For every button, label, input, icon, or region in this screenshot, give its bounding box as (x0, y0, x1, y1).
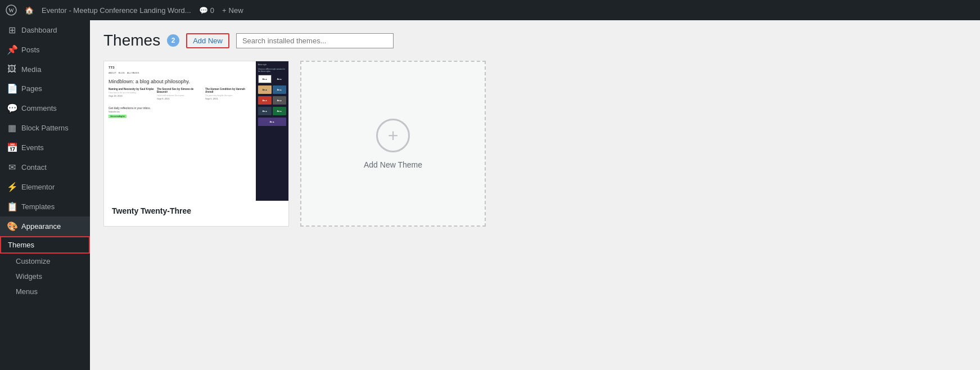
new-label: New (229, 6, 243, 15)
layout: ⊞ Dashboard 📌 Posts 🖼 Media 📄 Pages 💬 Co… (0, 20, 980, 370)
sidebar-label-widgets: Widgets (16, 272, 42, 281)
sidebar-item-widgets[interactable]: Widgets (0, 269, 90, 284)
sidebar-item-posts[interactable]: 📌 Posts (0, 40, 90, 60)
sidebar-item-elementor[interactable]: ⚡ Elementor (0, 177, 90, 197)
add-theme-label: Add New Theme (364, 160, 422, 169)
page-title: Themes (103, 31, 160, 49)
appearance-icon: 🎨 (7, 221, 17, 232)
page-header: Themes 2 Add New (103, 31, 967, 49)
theme-count-badge: 2 (167, 34, 179, 47)
events-icon: 📅 (7, 142, 17, 153)
sidebar-label-customize: Customize (16, 257, 50, 265)
sidebar-label-block-patterns: Block Patterns (21, 124, 69, 132)
templates-icon: 📋 (7, 201, 17, 212)
sidebar-label-elementor: Elementor (21, 183, 55, 191)
comments-icon: 💬 (7, 103, 17, 114)
comment-icon: 💬 (199, 6, 208, 15)
sidebar-label-posts: Posts (21, 46, 40, 54)
sidebar-item-contact[interactable]: ✉ Contact (0, 157, 90, 177)
dashboard-icon: ⊞ (7, 25, 17, 35)
posts-icon: 📌 (7, 44, 17, 55)
sidebar-item-menus[interactable]: Menus (0, 284, 90, 299)
sidebar-label-comments: Comments (21, 104, 57, 112)
plus-icon: + (376, 119, 410, 152)
sidebar-label-pages: Pages (21, 84, 42, 93)
sidebar-item-themes[interactable]: Themes (0, 236, 90, 254)
main-content: Themes 2 Add New TT3 ABOUT BLOG (90, 20, 980, 370)
media-icon: 🖼 (7, 64, 17, 74)
sidebar-label-dashboard: Dashboard (21, 26, 57, 34)
theme-preview: TT3 ABOUT BLOG ALL PAGES Mindblown: a bl… (104, 61, 288, 201)
themes-grid: TT3 ABOUT BLOG ALL PAGES Mindblown: a bl… (103, 61, 967, 227)
add-new-button[interactable]: Add New (186, 33, 229, 48)
sidebar-item-appearance[interactable]: 🎨 Appearance (0, 216, 90, 236)
contact-icon: ✉ (7, 162, 17, 173)
add-new-theme-card[interactable]: + Add New Theme (300, 61, 486, 227)
sidebar-item-templates[interactable]: 📋 Templates (0, 197, 90, 216)
sidebar-item-media[interactable]: 🖼 Media (0, 60, 90, 79)
sidebar-item-dashboard[interactable]: ⊞ Dashboard (0, 20, 90, 40)
theme-card-twenty-twenty-three[interactable]: TT3 ABOUT BLOG ALL PAGES Mindblown: a bl… (103, 61, 289, 227)
comment-count: 0 (210, 6, 214, 15)
sidebar-item-block-patterns[interactable]: ▦ Block Patterns (0, 118, 90, 138)
comments-link[interactable]: 💬 0 (199, 6, 214, 15)
svg-text:W: W (8, 7, 14, 13)
sidebar: ⊞ Dashboard 📌 Posts 🖼 Media 📄 Pages 💬 Co… (0, 20, 90, 370)
wp-logo-link[interactable]: W (6, 4, 17, 16)
home-icon: 🏠 (25, 6, 34, 15)
sidebar-item-events[interactable]: 📅 Events (0, 138, 90, 157)
sidebar-label-events: Events (21, 143, 44, 152)
new-link[interactable]: + New (222, 6, 243, 15)
sidebar-label-templates: Templates (21, 202, 55, 211)
search-input[interactable] (236, 33, 394, 48)
sidebar-label-appearance: Appearance (21, 222, 61, 231)
top-bar: W 🏠 Eventor - Meetup Conference Landing … (0, 0, 980, 20)
pages-icon: 📄 (7, 83, 17, 94)
theme-name: Twenty Twenty-Three (104, 201, 288, 221)
sidebar-label-menus: Menus (16, 287, 38, 296)
block-patterns-icon: ▦ (7, 123, 17, 133)
site-name: Eventor - Meetup Conference Landing Word… (42, 6, 191, 15)
plus-icon: + (222, 6, 227, 15)
home-icon-link[interactable]: 🏠 (25, 6, 34, 15)
sidebar-label-themes: Themes (8, 241, 34, 249)
sidebar-item-pages[interactable]: 📄 Pages (0, 79, 90, 98)
sidebar-label-media: Media (21, 65, 41, 74)
elementor-icon: ⚡ (7, 182, 17, 192)
site-name-link[interactable]: Eventor - Meetup Conference Landing Word… (42, 6, 191, 15)
sidebar-label-contact: Contact (21, 163, 47, 172)
sidebar-item-comments[interactable]: 💬 Comments (0, 98, 90, 118)
sidebar-item-customize[interactable]: Customize (0, 254, 90, 269)
